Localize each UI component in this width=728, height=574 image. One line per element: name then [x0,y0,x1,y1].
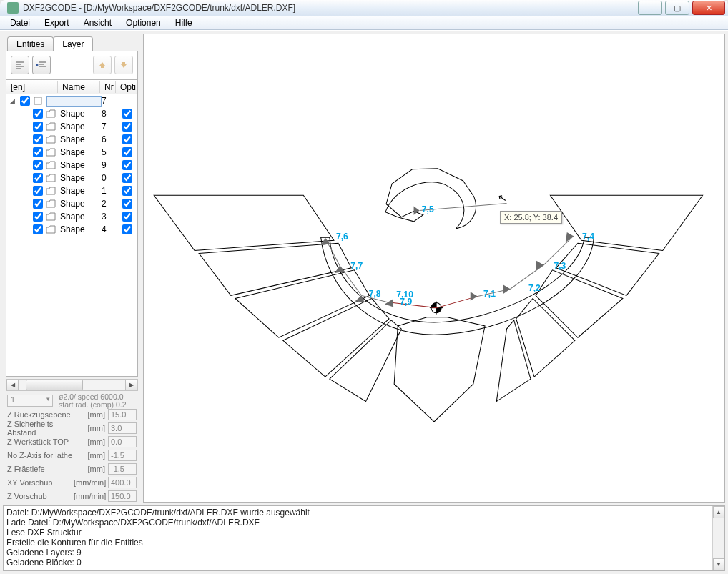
shape-opti-checkbox[interactable] [122,134,132,144]
shape-index-label: 7,6 [336,232,348,242]
param-value[interactable] [108,409,137,420]
param-label: No Z-Axis for lathe [7,451,74,460]
shape-name[interactable]: Shape [59,224,102,234]
tool-meta: ø2.0/ speed 6000.0 start rad. (comp) 0.2 [53,393,137,409]
titlebar[interactable]: DXF2GCODE - [D:/MyWorkspace/DXF2GCODE/tr… [0,0,728,16]
svg-marker-17 [321,239,330,246]
close-button[interactable]: ✕ [692,1,725,15]
log-vertical-scrollbar[interactable]: ▲ ▼ [712,506,724,570]
shape-opti-checkbox[interactable] [122,199,132,209]
shape-name[interactable]: Shape [59,199,102,209]
tab-layer[interactable]: Layer [53,36,93,51]
svg-marker-22 [503,285,510,295]
shape-name[interactable]: Shape [59,186,102,196]
shape-checkbox[interactable] [33,212,43,222]
scroll-right-icon[interactable]: ▶ [125,380,137,390]
folder-icon [45,186,56,196]
param-value[interactable] [108,450,137,461]
shape-opti-checkbox[interactable] [122,122,132,132]
shape-checkbox[interactable] [33,186,43,196]
shape-name[interactable]: Shape [59,134,102,144]
folder-icon [45,147,56,157]
shape-checkbox[interactable] [33,199,43,209]
move-down-button[interactable] [114,56,133,74]
svg-marker-21 [471,292,478,301]
tab-entities[interactable]: Entities [7,36,54,51]
shape-name[interactable]: Shape [59,160,102,170]
svg-rect-12 [34,97,41,104]
side-panel: Entities Layer [3,34,141,503]
param-value[interactable] [108,477,137,488]
shape-name[interactable]: Shape [59,173,102,183]
param-label: Z Sicherheits Abstand [7,420,74,437]
layer-tree[interactable]: [en] Name Nr Opti ◢ 7 Shape 8 Shape 7 Sh… [6,79,138,377]
scroll-up-icon[interactable]: ▲ [713,506,724,518]
svg-rect-9 [101,66,104,68]
shape-checkbox[interactable] [33,160,43,170]
shape-checkbox[interactable] [33,224,43,234]
log-text[interactable]: Datei: D:/MyWorkspace/DXF2GCODE/trunk/dx… [4,506,712,570]
move-up-button[interactable] [93,56,112,74]
tool-select[interactable]: 1 [7,395,53,407]
param-label: Z Rückzugsebene [7,410,74,419]
scroll-thumb[interactable] [26,380,83,390]
param-unit: [mm/min] [74,478,108,487]
menu-export[interactable]: Export [37,16,77,29]
param-value[interactable] [108,436,137,447]
folder-icon [45,173,56,183]
svg-marker-20 [385,300,393,307]
menu-datei[interactable]: Datei [3,16,37,29]
menu-optionen[interactable]: Optionen [119,16,168,29]
app-icon [7,2,19,14]
param-unit: [mm] [74,465,108,473]
param-value[interactable] [108,463,137,475]
shape-opti-checkbox[interactable] [122,173,132,183]
shape-name[interactable]: Shape [59,122,102,132]
drawing-viewport[interactable]: 7,57,67,47,77,37,87,107,97,17,2 ↖ X: 25.… [143,34,725,503]
shape-opti-checkbox[interactable] [122,109,132,119]
shape-nr: 2 [102,199,117,209]
shape-checkbox[interactable] [33,173,43,183]
folder-icon [45,122,56,132]
tree-horizontal-scrollbar[interactable]: ◀ ▶ [6,379,138,391]
shape-nr: 5 [102,147,117,157]
main-window: DXF2GCODE - [D:/MyWorkspace/DXF2GCODE/tr… [0,0,728,574]
shape-opti-checkbox[interactable] [122,186,132,196]
layer-name-field[interactable] [46,96,102,107]
scroll-left-icon[interactable]: ◀ [6,380,19,390]
param-label: XY Vorschub [7,478,74,487]
shape-name[interactable]: Shape [59,147,102,157]
minimize-button[interactable]: — [638,1,662,15]
scroll-down-icon[interactable]: ▼ [713,558,724,570]
shape-checkbox[interactable] [33,122,43,132]
shape-opti-checkbox[interactable] [122,212,132,222]
col-opti[interactable]: Opti [116,81,137,93]
param-value[interactable] [108,422,137,434]
shape-name[interactable]: Shape [59,212,102,222]
layer-checkbox[interactable] [20,96,30,106]
shape-opti-checkbox[interactable] [122,147,132,157]
maximize-button[interactable]: ▢ [665,1,689,15]
menu-hilfe[interactable]: Hilfe [168,16,200,29]
expand-icon[interactable]: ◢ [6,97,18,104]
param-label: Z Werkstück TOP [7,437,74,446]
col-nr[interactable]: Nr [100,81,116,93]
shape-checkbox[interactable] [33,147,43,157]
col-name[interactable]: Name [58,81,100,93]
shape-checkbox[interactable] [33,109,43,119]
menu-ansicht[interactable]: Ansicht [77,16,119,29]
shape-checkbox[interactable] [33,134,43,144]
drawing-canvas[interactable]: 7,57,67,47,77,37,87,107,97,17,2 [144,34,724,502]
coordinate-tooltip: X: 25.8; Y: 38.4 [500,211,562,224]
shape-opti-checkbox[interactable] [122,160,132,170]
document-icon [32,96,44,106]
shape-opti-checkbox[interactable] [122,224,132,234]
shape-nr: 7 [102,122,117,132]
align-left-button[interactable] [11,56,29,74]
param-value[interactable] [108,490,137,502]
param-unit: [mm] [74,451,108,460]
shape-name[interactable]: Shape [59,109,102,119]
align-indent-button[interactable] [32,56,51,74]
col-en[interactable]: [en] [6,81,58,93]
folder-icon [45,224,56,234]
